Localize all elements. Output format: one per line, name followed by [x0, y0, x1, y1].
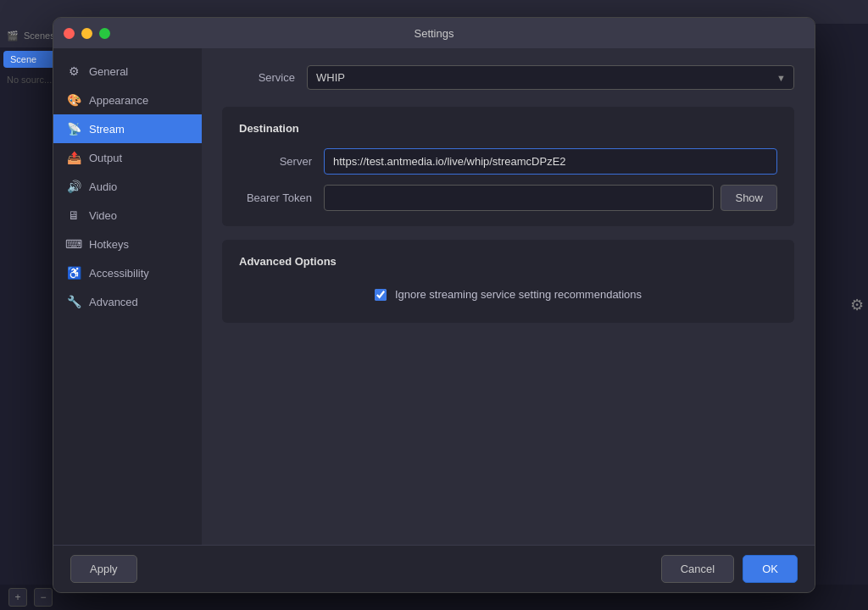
stream-icon: 📡	[67, 122, 81, 136]
ok-button[interactable]: OK	[743, 555, 798, 583]
sidebar-item-advanced[interactable]: 🔧 Advanced	[53, 287, 202, 316]
server-label: Server	[239, 155, 324, 168]
sidebar-label-output: Output	[89, 152, 122, 164]
ignore-recommendations-checkbox[interactable]	[375, 289, 387, 301]
cancel-button[interactable]: Cancel	[661, 555, 734, 583]
video-icon: 🖥	[67, 208, 81, 222]
sidebar-label-hotkeys: Hotkeys	[89, 238, 129, 251]
sidebar-label-video: Video	[89, 209, 117, 222]
sidebar-label-audio: Audio	[89, 180, 117, 193]
accessibility-icon: ♿	[67, 266, 81, 280]
server-input[interactable]	[324, 148, 777, 175]
footer-right: Cancel OK	[661, 555, 798, 583]
settings-footer: Apply Cancel OK	[53, 545, 815, 592]
settings-titlebar: Settings	[53, 18, 815, 48]
service-select-wrapper: WHIP Twitch YouTube Custom RTMP ▼	[307, 65, 794, 90]
hotkeys-icon: ⌨	[67, 237, 81, 251]
main-content: Service WHIP Twitch YouTube Custom RTMP …	[202, 48, 815, 545]
bearer-token-row: Bearer Token Show	[239, 185, 777, 211]
destination-title: Destination	[239, 122, 777, 135]
sidebar-label-appearance: Appearance	[89, 94, 148, 107]
sidebar-item-hotkeys[interactable]: ⌨ Hotkeys	[53, 230, 202, 258]
bearer-token-group: Show	[324, 185, 777, 211]
service-label: Service	[222, 71, 307, 84]
bearer-token-label: Bearer Token	[239, 191, 324, 204]
appearance-icon: 🎨	[67, 93, 81, 107]
sidebar-item-general[interactable]: ⚙ General	[53, 57, 202, 86]
audio-icon: 🔊	[67, 180, 81, 193]
ignore-recommendations-row: Ignore streaming service setting recomme…	[239, 281, 777, 308]
sidebar-item-video[interactable]: 🖥 Video	[53, 201, 202, 230]
maximize-button[interactable]	[99, 28, 110, 39]
service-select[interactable]: WHIP Twitch YouTube Custom RTMP	[307, 65, 794, 90]
sidebar-item-stream[interactable]: 📡 Stream	[53, 114, 202, 143]
bearer-token-input[interactable]	[324, 185, 714, 211]
sidebar-label-advanced: Advanced	[89, 296, 138, 308]
close-button[interactable]	[64, 28, 75, 39]
sidebar: ⚙ General 🎨 Appearance 📡 Stream 📤 Output…	[53, 48, 202, 545]
show-token-button[interactable]: Show	[721, 185, 777, 211]
footer-left: Apply	[70, 555, 137, 583]
settings-body: ⚙ General 🎨 Appearance 📡 Stream 📤 Output…	[53, 48, 815, 545]
modal-overlay: Settings ⚙ General 🎨 Appearance 📡 Stream	[0, 0, 868, 610]
settings-title: Settings	[415, 27, 454, 40]
service-row: Service WHIP Twitch YouTube Custom RTMP …	[222, 65, 794, 90]
minimize-button[interactable]	[81, 28, 92, 39]
sidebar-label-accessibility: Accessibility	[89, 267, 149, 280]
server-row: Server	[239, 148, 777, 175]
output-icon: 📤	[67, 151, 81, 164]
destination-section: Destination Server Bearer Token Show	[222, 107, 794, 226]
advanced-options-title: Advanced Options	[239, 255, 777, 268]
general-icon: ⚙	[67, 64, 81, 78]
sidebar-label-stream: Stream	[89, 123, 125, 136]
sidebar-item-accessibility[interactable]: ♿ Accessibility	[53, 258, 202, 287]
sidebar-item-output[interactable]: 📤 Output	[53, 143, 202, 172]
window-controls	[64, 28, 110, 39]
advanced-options-section: Advanced Options Ignore streaming servic…	[222, 240, 794, 323]
sidebar-label-general: General	[89, 65, 128, 78]
sidebar-item-audio[interactable]: 🔊 Audio	[53, 172, 202, 201]
sidebar-item-appearance[interactable]: 🎨 Appearance	[53, 86, 202, 114]
settings-window: Settings ⚙ General 🎨 Appearance 📡 Stream	[53, 17, 815, 593]
apply-button[interactable]: Apply	[70, 555, 137, 583]
advanced-icon: 🔧	[67, 295, 81, 308]
ignore-recommendations-label: Ignore streaming service setting recomme…	[395, 288, 642, 301]
